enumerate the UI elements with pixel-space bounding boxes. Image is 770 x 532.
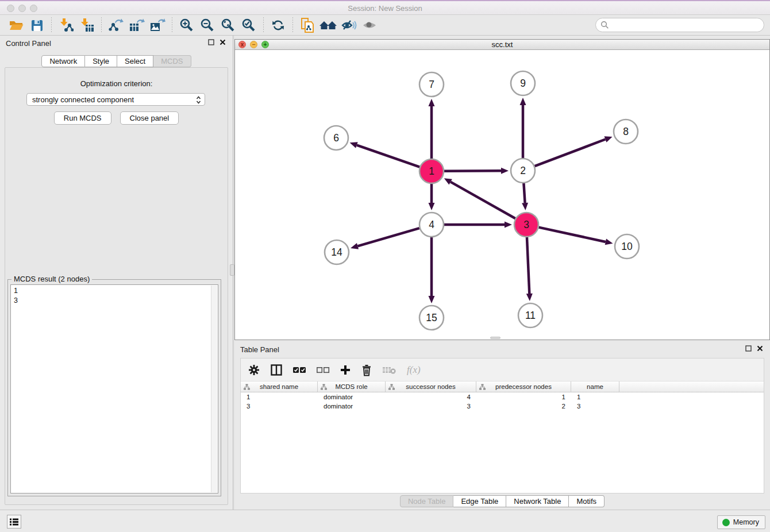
close-panel-icon[interactable] <box>220 39 226 45</box>
memory-button[interactable]: Memory <box>717 515 765 529</box>
toolbar-separator <box>292 17 293 33</box>
tab-style[interactable]: Style <box>85 55 117 67</box>
column-header-shared-name[interactable]: shared name <box>241 381 318 392</box>
close-panel-icon[interactable] <box>757 345 763 352</box>
graph-node-7[interactable]: 7 <box>419 72 444 97</box>
table-tabs: Node TableEdge TableNetwork TableMotifs <box>234 495 770 507</box>
window-title: Session: New Session <box>0 4 770 13</box>
table-row[interactable]: 3dominator323 <box>241 402 764 411</box>
toolbar-separator <box>101 17 102 33</box>
graph-edge-4-15[interactable] <box>429 237 435 303</box>
hide-selected-eye-icon[interactable] <box>338 17 359 34</box>
search-input[interactable] <box>595 18 764 32</box>
column-header-predecessor-nodes[interactable]: predecessor nodes <box>476 381 571 392</box>
graph-edge-2-8[interactable] <box>535 136 613 166</box>
run-mcds-button[interactable]: Run MCDS <box>54 111 111 125</box>
show-panels-button[interactable] <box>7 515 21 529</box>
graph-edge-3-1[interactable] <box>444 178 515 218</box>
export-image-icon[interactable] <box>147 17 168 34</box>
result-scrollbar[interactable] <box>211 286 217 492</box>
export-network-icon[interactable] <box>106 17 126 34</box>
graph-node-3[interactable]: 3 <box>514 213 538 237</box>
memory-status-icon <box>722 519 730 526</box>
svg-text:3: 3 <box>523 219 529 230</box>
add-column-plus-icon[interactable] <box>340 364 351 376</box>
graph-node-1[interactable]: 1 <box>419 159 444 183</box>
table-body: 1dominator4113dominator323 <box>241 392 764 493</box>
table-cell: dominator <box>318 394 386 400</box>
graph-edge-3-11[interactable] <box>526 237 533 301</box>
save-session-icon[interactable] <box>26 17 47 34</box>
network-minimize-button[interactable]: – <box>250 41 257 48</box>
network-close-button[interactable]: x <box>238 41 246 48</box>
mcds-result-text: 1 3 <box>14 286 209 492</box>
svg-text:11: 11 <box>525 310 536 321</box>
app-titlebar: Session: New Session <box>0 0 770 15</box>
tab-network[interactable]: Network <box>41 55 85 67</box>
graph-node-14[interactable]: 14 <box>325 240 349 264</box>
graph-node-2[interactable]: 2 <box>511 159 535 183</box>
show-all-eye-icon[interactable] <box>359 17 380 34</box>
table-settings-gear-icon[interactable] <box>248 364 260 376</box>
graph-node-10[interactable]: 10 <box>615 234 639 259</box>
delete-columns-trash-icon[interactable] <box>361 364 372 376</box>
deselect-all-checkboxes-icon[interactable] <box>316 365 330 375</box>
network-window: x – + scc.txt 7968124314101511 <box>234 39 770 340</box>
tab-mcds[interactable]: MCDS <box>153 55 191 67</box>
column-header-name[interactable]: name <box>571 381 619 392</box>
graph-edge-3-10[interactable] <box>538 228 613 245</box>
home-icon[interactable] <box>318 17 338 34</box>
float-panel-icon[interactable] <box>208 39 214 45</box>
graph-edge-1-7[interactable] <box>429 99 435 159</box>
search-icon <box>600 21 609 29</box>
zoom-in-icon[interactable] <box>176 17 197 34</box>
mcds-result-group: MCDS result (2 nodes) 1 3 <box>7 279 221 496</box>
tab-select[interactable]: Select <box>117 55 153 67</box>
graph-node-15[interactable]: 15 <box>419 306 444 330</box>
graph-node-11[interactable]: 11 <box>518 303 542 327</box>
criterion-select[interactable]: strongly connected component <box>26 93 205 106</box>
zoom-out-icon[interactable] <box>197 17 218 34</box>
graph-edge-4-14[interactable] <box>351 228 419 249</box>
tab-network-table[interactable]: Network Table <box>506 495 569 507</box>
table-cell: dominator <box>318 403 386 410</box>
canvas-resize-grip[interactable] <box>490 337 500 339</box>
graph-edge-4-3[interactable] <box>444 222 512 228</box>
graph-edge-1-2[interactable] <box>444 168 509 174</box>
float-panel-icon[interactable] <box>745 345 752 352</box>
network-window-titlebar[interactable]: x – + scc.txt <box>235 40 769 50</box>
network-canvas[interactable]: 7968124314101511 <box>235 50 769 340</box>
svg-text:1: 1 <box>429 165 434 177</box>
table-row[interactable]: 1dominator411 <box>241 392 764 402</box>
column-header-successor-nodes[interactable]: successor nodes <box>386 381 476 392</box>
table-panel: Table Panel <box>234 342 770 510</box>
close-panel-button[interactable]: Close panel <box>120 111 179 125</box>
export-table-icon[interactable] <box>126 17 147 34</box>
tab-edge-table[interactable]: Edge Table <box>453 495 506 507</box>
graph-node-4[interactable]: 4 <box>419 213 444 237</box>
zoom-selected-icon[interactable] <box>238 17 259 34</box>
select-all-checkboxes-icon[interactable] <box>292 365 306 375</box>
apply-function-icon: f(x) <box>407 364 421 376</box>
toggle-columns-icon[interactable] <box>270 364 283 376</box>
tab-motifs[interactable]: Motifs <box>569 495 605 507</box>
graph-node-9[interactable]: 9 <box>511 71 535 95</box>
graph-node-6[interactable]: 6 <box>324 126 348 150</box>
tab-node-table[interactable]: Node Table <box>400 495 454 507</box>
graph-edge-2-3[interactable] <box>522 183 528 210</box>
graph-node-8[interactable]: 8 <box>614 119 638 144</box>
open-file-icon[interactable] <box>6 17 26 34</box>
network-maximize-button[interactable]: + <box>261 41 269 48</box>
table-cell: 1 <box>241 394 318 400</box>
zoom-fit-icon[interactable] <box>218 17 238 34</box>
refresh-icon[interactable] <box>268 17 288 34</box>
import-network-icon[interactable] <box>56 17 76 34</box>
graph-edge-2-9[interactable] <box>520 98 526 158</box>
svg-text:14: 14 <box>331 246 342 258</box>
graph-edge-1-6[interactable] <box>350 142 420 167</box>
splitter-grip[interactable] <box>230 264 234 276</box>
graph-edge-1-4[interactable] <box>429 184 435 210</box>
import-table-icon[interactable] <box>76 17 97 34</box>
column-header-MCDS-role[interactable]: MCDS role <box>318 381 386 392</box>
clone-network-icon[interactable] <box>297 17 318 34</box>
